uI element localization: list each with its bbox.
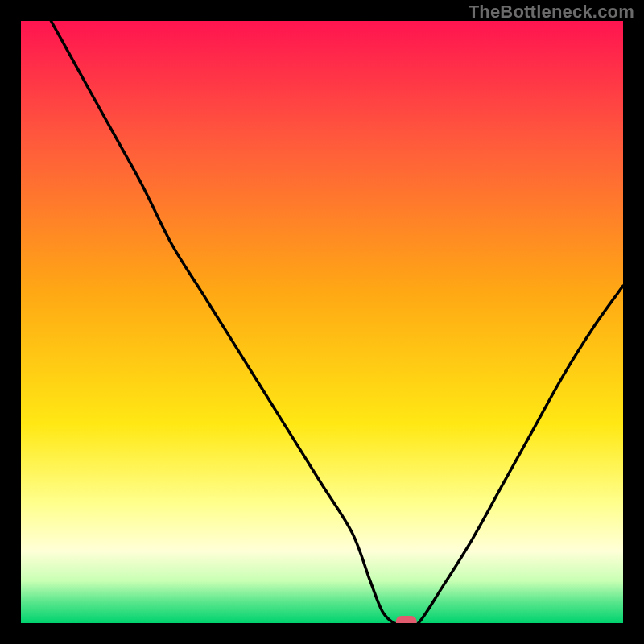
chart-frame: TheBottleneck.com — [0, 0, 644, 644]
chart-svg — [21, 21, 623, 623]
chart-background-gradient — [21, 21, 623, 623]
optimum-marker — [396, 616, 417, 623]
chart-plot-area — [21, 21, 623, 623]
watermark-text: TheBottleneck.com — [469, 2, 634, 23]
